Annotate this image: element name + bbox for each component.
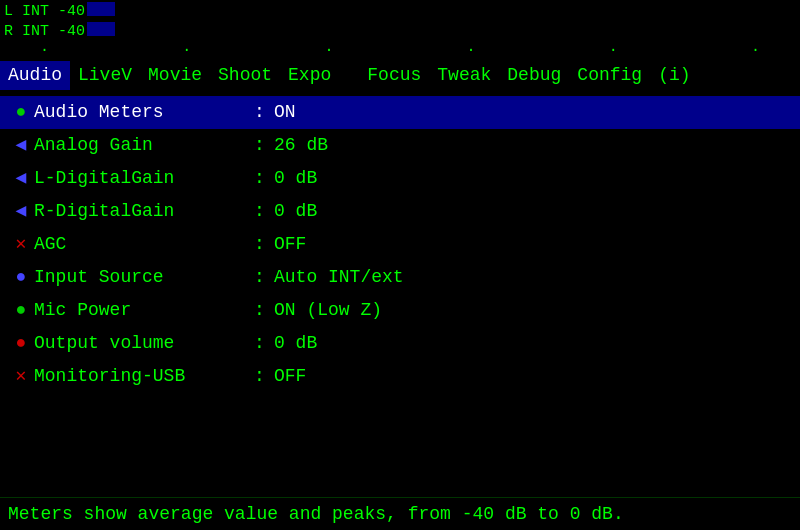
x-icon-monitoring: ✕ bbox=[8, 363, 34, 390]
colon-mic-power: : bbox=[254, 297, 274, 324]
colon-monitoring-usb: : bbox=[254, 363, 274, 390]
menu-item-focus[interactable]: Focus bbox=[359, 61, 429, 90]
blue-circle-icon-input: ● bbox=[8, 264, 34, 291]
x-icon-agc: ✕ bbox=[8, 231, 34, 258]
label-input-source: Input Source bbox=[34, 264, 254, 291]
meter-dots: · · · · · · bbox=[0, 42, 800, 59]
menu-bar: Audio LiveV Movie Shoot Expo Focus Tweak… bbox=[0, 59, 800, 92]
menu-item-debug[interactable]: Debug bbox=[499, 61, 569, 90]
content-area: ● Audio Meters : ON ◀ Analog Gain : 26 d… bbox=[0, 92, 800, 393]
row-r-digital-gain[interactable]: ◀ R-DigitalGain : 0 dB bbox=[0, 195, 800, 228]
right-level-display: R INT -40 bbox=[4, 22, 796, 42]
row-l-digital-gain[interactable]: ◀ L-DigitalGain : 0 dB bbox=[0, 162, 800, 195]
value-r-digital-gain: 0 dB bbox=[274, 198, 317, 225]
value-analog-gain: 26 dB bbox=[274, 132, 328, 159]
top-bar: L INT -40 R INT -40 bbox=[0, 0, 800, 40]
row-analog-gain[interactable]: ◀ Analog Gain : 26 dB bbox=[0, 129, 800, 162]
right-level: R INT -40 bbox=[4, 22, 85, 42]
green-circle-icon: ● bbox=[8, 99, 34, 126]
value-input-source: Auto INT/ext bbox=[274, 264, 404, 291]
label-analog-gain: Analog Gain bbox=[34, 132, 254, 159]
green-circle-icon-mic: ● bbox=[8, 297, 34, 324]
row-output-volume[interactable]: ● Output volume : 0 dB bbox=[0, 327, 800, 360]
row-monitoring-usb[interactable]: ✕ Monitoring-USB : OFF bbox=[0, 360, 800, 393]
colon-input-source: : bbox=[254, 264, 274, 291]
value-mic-power: ON (Low Z) bbox=[274, 297, 382, 324]
menu-item-expo[interactable]: Expo bbox=[280, 61, 339, 90]
menu-item-livev[interactable]: LiveV bbox=[70, 61, 140, 90]
value-monitoring-usb: OFF bbox=[274, 363, 306, 390]
label-output-volume: Output volume bbox=[34, 330, 254, 357]
label-agc: AGC bbox=[34, 231, 254, 258]
label-audio-meters: Audio Meters bbox=[34, 99, 254, 126]
label-mic-power: Mic Power bbox=[34, 297, 254, 324]
label-r-digital-gain: R-DigitalGain bbox=[34, 198, 254, 225]
status-bar: Meters show average value and peaks, fro… bbox=[0, 497, 800, 530]
menu-item-info[interactable]: (i) bbox=[650, 61, 698, 90]
menu-item-movie[interactable]: Movie bbox=[140, 61, 210, 90]
value-l-digital-gain: 0 dB bbox=[274, 165, 317, 192]
colon-r-digital-gain: : bbox=[254, 198, 274, 225]
menu-item-tweak[interactable]: Tweak bbox=[429, 61, 499, 90]
colon-agc: : bbox=[254, 231, 274, 258]
triangle-icon-analog: ◀ bbox=[8, 132, 34, 159]
triangle-icon-ldigital: ◀ bbox=[8, 165, 34, 192]
row-input-source[interactable]: ● Input Source : Auto INT/ext bbox=[0, 261, 800, 294]
level-display: L INT -40 bbox=[4, 2, 796, 22]
status-text: Meters show average value and peaks, fro… bbox=[8, 504, 624, 524]
label-monitoring-usb: Monitoring-USB bbox=[34, 363, 254, 390]
value-agc: OFF bbox=[274, 231, 306, 258]
right-level-bar bbox=[87, 22, 115, 36]
colon-audio-meters: : bbox=[254, 99, 274, 126]
menu-item-shoot[interactable]: Shoot bbox=[210, 61, 280, 90]
red-circle-icon-output: ● bbox=[8, 330, 34, 357]
label-l-digital-gain: L-DigitalGain bbox=[34, 165, 254, 192]
left-level-bar bbox=[87, 2, 115, 16]
menu-item-config[interactable]: Config bbox=[569, 61, 650, 90]
colon-analog-gain: : bbox=[254, 132, 274, 159]
triangle-icon-rdigital: ◀ bbox=[8, 198, 34, 225]
menu-item-audio[interactable]: Audio bbox=[0, 61, 70, 90]
row-mic-power[interactable]: ● Mic Power : ON (Low Z) bbox=[0, 294, 800, 327]
left-level: L INT -40 bbox=[4, 2, 85, 22]
value-output-volume: 0 dB bbox=[274, 330, 317, 357]
row-audio-meters[interactable]: ● Audio Meters : ON bbox=[0, 96, 800, 129]
colon-output-volume: : bbox=[254, 330, 274, 357]
row-agc[interactable]: ✕ AGC : OFF bbox=[0, 228, 800, 261]
colon-l-digital-gain: : bbox=[254, 165, 274, 192]
value-audio-meters: ON bbox=[274, 99, 296, 126]
